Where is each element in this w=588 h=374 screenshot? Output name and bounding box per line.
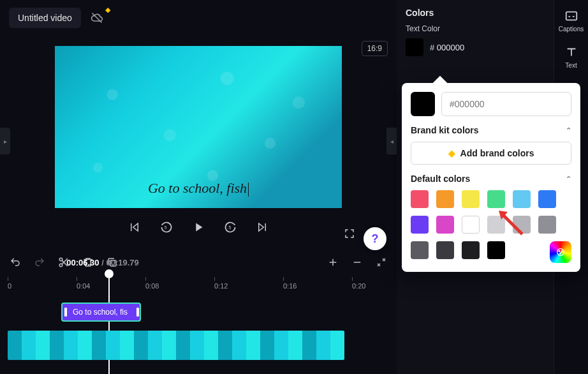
ruler-tick: 0:12: [214, 277, 228, 290]
svg-point-3: [59, 264, 62, 267]
redo-button[interactable]: [33, 256, 46, 269]
forward-5-button[interactable]: 5: [221, 218, 239, 236]
svg-rect-4: [110, 260, 116, 266]
duplicate-button[interactable]: [106, 256, 119, 269]
ruler-tick: 0: [8, 277, 11, 290]
ruler-tick: 0:04: [77, 277, 90, 290]
clip-handle-right[interactable]: [135, 304, 140, 320]
panel-title: Colors: [406, 8, 545, 18]
ruler[interactable]: 0 0:04 0:08 0:12 0:16 0:20: [8, 277, 389, 288]
svg-rect-9: [566, 12, 577, 20]
project-title[interactable]: Untitled video: [9, 8, 81, 28]
current-color-hex: # 000000: [430, 43, 464, 52]
panel-expand-left[interactable]: ▸: [0, 128, 10, 154]
timecode: 00:06.30 / 00:19.79: [0, 258, 205, 267]
cloud-sync-off-icon[interactable]: ◆: [87, 8, 107, 27]
delete-button[interactable]: [82, 256, 94, 269]
text-icon: [564, 45, 578, 59]
fullscreen-button[interactable]: [341, 225, 358, 243]
color-swatch[interactable]: [487, 216, 505, 234]
default-section-header[interactable]: Default colors ⌃: [411, 174, 571, 184]
text-color-field[interactable]: # 000000: [406, 38, 545, 56]
text-track[interactable]: Go to school, fis: [8, 303, 389, 324]
color-swatch[interactable]: [462, 216, 480, 234]
skip-forward-button[interactable]: [253, 218, 271, 236]
color-picker-popover: Brand kit colors ⌃ ◆ Add brand colors De…: [402, 83, 580, 272]
text-label: Text: [565, 62, 577, 69]
panel-expand-right[interactable]: ◂: [386, 128, 397, 154]
default-section-label: Default colors: [411, 174, 470, 184]
add-track-button[interactable]: [327, 256, 339, 269]
fit-timeline-button[interactable]: [375, 256, 388, 269]
undo-button[interactable]: [9, 256, 22, 269]
brand-section-header[interactable]: Brand kit colors ⌃: [411, 125, 571, 135]
current-color-swatch[interactable]: [406, 38, 423, 56]
color-swatch[interactable]: [487, 241, 505, 259]
chevron-up-icon: ⌃: [566, 126, 571, 135]
default-color-grid: [411, 190, 571, 259]
text-tab[interactable]: Text: [564, 45, 578, 69]
brand-section-label: Brand kit colors: [411, 125, 479, 135]
color-swatch[interactable]: [436, 216, 454, 234]
text-overlay[interactable]: Go to school, fish: [55, 180, 342, 197]
text-clip[interactable]: Go to school, fis: [61, 303, 141, 322]
premium-badge-icon: ◆: [105, 6, 110, 14]
svg-point-6: [559, 251, 559, 251]
timeline[interactable]: 0 0:04 0:08 0:12 0:16 0:20 Go to school,…: [0, 273, 397, 374]
video-canvas[interactable]: Go to school, fish: [55, 46, 342, 208]
split-button[interactable]: [57, 256, 70, 269]
captions-tab[interactable]: Captions: [559, 9, 584, 33]
brand-button-label: Add brand colors: [460, 148, 534, 158]
chevron-up-icon: ⌃: [566, 175, 571, 183]
color-swatch[interactable]: [538, 190, 556, 208]
aspect-ratio-badge[interactable]: 16:9: [362, 41, 388, 56]
help-button[interactable]: ?: [364, 227, 386, 250]
color-swatch[interactable]: [538, 216, 556, 234]
svg-text:5: 5: [165, 225, 167, 230]
video-track[interactable]: [8, 331, 389, 360]
color-swatch[interactable]: [462, 241, 480, 259]
skip-back-button[interactable]: [126, 218, 143, 236]
text-clip-label: Go to school, fis: [73, 308, 128, 317]
hex-input[interactable]: [441, 92, 571, 116]
color-swatch[interactable]: [436, 190, 454, 208]
transport-controls: 5 5: [126, 218, 271, 236]
color-swatch[interactable]: [411, 241, 429, 259]
svg-point-8: [560, 253, 561, 253]
svg-point-2: [59, 258, 62, 261]
diamond-icon: ◆: [448, 148, 455, 158]
ruler-tick: 0:16: [283, 277, 297, 290]
color-swatch[interactable]: [462, 190, 480, 208]
ruler-tick: 0:20: [352, 277, 365, 290]
color-swatch[interactable]: [411, 190, 429, 208]
svg-point-5: [557, 249, 564, 256]
panel-subtitle: Text Color: [406, 24, 545, 33]
play-button[interactable]: [189, 218, 207, 236]
rewind-5-button[interactable]: 5: [158, 218, 175, 236]
color-swatch[interactable]: [487, 190, 505, 208]
svg-point-7: [561, 251, 562, 251]
video-clip[interactable]: [8, 331, 344, 360]
time-separator: /: [99, 258, 107, 267]
timeline-tools: 00:06.30 / 00:19.79: [0, 251, 397, 273]
captions-icon: [564, 9, 578, 23]
captions-label: Captions: [559, 26, 584, 33]
clip-handle-left[interactable]: [62, 304, 68, 320]
color-swatch[interactable]: [411, 216, 429, 234]
add-brand-colors-button[interactable]: ◆ Add brand colors: [411, 142, 571, 165]
popover-current-swatch[interactable]: [411, 92, 435, 116]
zoom-out-button[interactable]: [351, 256, 364, 269]
color-swatch[interactable]: [436, 241, 454, 259]
ruler-tick: 0:08: [145, 277, 159, 290]
color-swatch[interactable]: [513, 216, 531, 234]
svg-text:5: 5: [229, 225, 232, 230]
preview-area: 16:9 ▸ ◂ Go to school, fish 5 5 ?: [0, 36, 397, 246]
color-swatch[interactable]: [513, 190, 531, 208]
color-wheel-button[interactable]: [550, 241, 571, 263]
